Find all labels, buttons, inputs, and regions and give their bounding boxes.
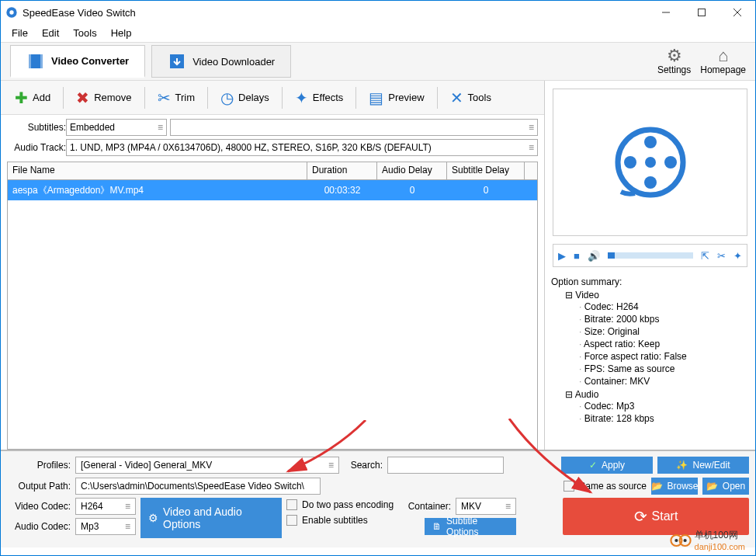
watermark-url: danji100.com bbox=[695, 542, 745, 551]
menubar: File Edit Tools Help bbox=[1, 24, 755, 42]
folder-open-icon: 📂 bbox=[706, 481, 718, 492]
app-icon bbox=[5, 6, 18, 19]
tab-video-downloader[interactable]: Video Downloader bbox=[151, 45, 291, 78]
apply-button[interactable]: ✓Apply bbox=[561, 457, 653, 474]
titlebar: SpeedEase Video Switch bbox=[1, 1, 755, 24]
settings-button[interactable]: ⚙Settings bbox=[657, 47, 691, 75]
cell-duration: 00:03:32 bbox=[307, 185, 377, 196]
same-as-source-label: Same as source bbox=[579, 481, 647, 492]
clock-icon: ◷ bbox=[220, 89, 234, 107]
profiles-combo[interactable]: [General - Video] General_MKV≡ bbox=[75, 457, 339, 474]
subtitle-options-button[interactable]: 🗎Subtitle Options bbox=[425, 518, 516, 535]
grip-icon: ≡ bbox=[505, 501, 511, 512]
table-row[interactable]: aespa《Armageddon》MV.mp4 00:03:32 0 0 bbox=[8, 180, 537, 200]
subtitle-icon: 🗎 bbox=[432, 521, 442, 532]
svg-rect-8 bbox=[40, 54, 43, 68]
toolbar: ✚Add ✖Remove ✂Trim ◷Delays ✦Effects ▤Pre… bbox=[1, 81, 544, 115]
separator bbox=[63, 87, 64, 109]
play-icon[interactable]: ▶ bbox=[558, 250, 566, 262]
film-icon bbox=[26, 52, 45, 71]
check-icon: ✓ bbox=[589, 460, 597, 471]
search-label: Search: bbox=[344, 460, 383, 471]
svg-point-11 bbox=[645, 157, 656, 168]
option-summary-title: Option summary: bbox=[551, 275, 749, 289]
video-audio-options-button[interactable]: ⚙Video and Audio Options bbox=[140, 498, 282, 538]
effects-button[interactable]: ✦Effects bbox=[287, 84, 352, 112]
profiles-label: Profiles: bbox=[7, 460, 71, 471]
column-duration[interactable]: Duration bbox=[307, 162, 377, 179]
x-icon: ✖ bbox=[76, 89, 89, 107]
option-tree[interactable]: Video Codec: H264 Bitrate: 2000 kbps Siz… bbox=[551, 289, 749, 426]
new-edit-button[interactable]: ✨New/Edit bbox=[657, 457, 749, 474]
svg-rect-7 bbox=[29, 54, 31, 68]
subtitles-combo[interactable]: Embedded≡ bbox=[66, 119, 167, 136]
subtitles-extra-combo[interactable]: ≡ bbox=[170, 119, 538, 136]
enable-subtitles-checkbox[interactable] bbox=[286, 515, 297, 526]
svg-point-12 bbox=[644, 136, 657, 148]
maximize-button[interactable] bbox=[684, 1, 720, 24]
same-as-source-checkbox[interactable] bbox=[564, 481, 574, 492]
tab-video-converter[interactable]: Video Converter bbox=[10, 45, 145, 78]
minimize-button[interactable] bbox=[648, 1, 684, 24]
reel-icon: ⚙ bbox=[148, 512, 158, 524]
preview-button[interactable]: ▤Preview bbox=[361, 84, 432, 112]
audio-codec-label: Audio Codec: bbox=[7, 521, 71, 532]
download-film-icon bbox=[168, 52, 186, 71]
tree-leaf: Bitrate: 128 kbps bbox=[579, 412, 749, 425]
scissors-icon: ✂ bbox=[158, 89, 171, 107]
separator bbox=[437, 87, 438, 109]
delays-button[interactable]: ◷Delays bbox=[213, 84, 277, 112]
video-codec-combo[interactable]: H264≡ bbox=[75, 498, 136, 515]
menu-help[interactable]: Help bbox=[105, 26, 138, 40]
menu-file[interactable]: File bbox=[5, 26, 34, 40]
close-button[interactable] bbox=[720, 1, 755, 24]
grip-icon: ≡ bbox=[529, 142, 534, 153]
tree-leaf: Bitrate: 2000 kbps bbox=[579, 313, 749, 325]
watermark: 单机100网 danji100.com bbox=[670, 529, 745, 551]
output-path-field[interactable]: C:\Users\admin\Documents\SpeedEase Video… bbox=[75, 478, 321, 495]
progress-slider[interactable] bbox=[608, 252, 693, 259]
grip-icon: ≡ bbox=[125, 501, 130, 512]
tree-leaf: Container: MKV bbox=[579, 375, 749, 387]
menu-tools[interactable]: Tools bbox=[67, 26, 102, 40]
popout-icon[interactable]: ⇱ bbox=[701, 250, 709, 262]
tools-icon: ✕ bbox=[450, 89, 463, 107]
open-button[interactable]: 📂Open bbox=[702, 478, 749, 495]
cell-subtitle-delay: 0 bbox=[447, 185, 525, 196]
film-icon: ▤ bbox=[369, 89, 383, 107]
video-codec-label: Video Codec: bbox=[7, 501, 71, 512]
tab-label: Video Downloader bbox=[192, 56, 275, 68]
trim-button[interactable]: ✂Trim bbox=[150, 84, 203, 112]
wand-icon[interactable]: ✦ bbox=[733, 250, 742, 262]
tree-leaf: Size: Original bbox=[579, 325, 749, 338]
audiotrack-combo[interactable]: 1. UND, MP3 (MP4A / 0X6134706D), 48000 H… bbox=[66, 139, 538, 156]
remove-button[interactable]: ✖Remove bbox=[68, 84, 139, 112]
volume-icon[interactable]: 🔊 bbox=[588, 250, 600, 262]
audio-codec-combo[interactable]: Mp3≡ bbox=[75, 518, 136, 535]
audiotrack-label: Audio Track: bbox=[7, 142, 66, 153]
column-subtitle-delay[interactable]: Subtitle Delay bbox=[447, 162, 525, 179]
grid-header: File Name Duration Audio Delay Subtitle … bbox=[7, 162, 538, 180]
column-audio-delay[interactable]: Audio Delay bbox=[377, 162, 447, 179]
cut-icon[interactable]: ✂ bbox=[717, 250, 726, 262]
column-file-name[interactable]: File Name bbox=[8, 162, 307, 179]
playback-bar: ▶ ■ 🔊 ⇱ ✂ ✦ bbox=[553, 244, 747, 267]
two-pass-checkbox[interactable] bbox=[286, 499, 297, 510]
tools-button[interactable]: ✕Tools bbox=[442, 84, 499, 112]
browse-button[interactable]: 📂Browse bbox=[651, 478, 698, 495]
tree-leaf: Aspect ratio: Keep bbox=[579, 338, 749, 350]
add-button[interactable]: ✚Add bbox=[7, 84, 58, 112]
tab-header: Video Converter Video Downloader ⚙Settin… bbox=[1, 42, 755, 81]
watermark-brand: 单机100网 bbox=[695, 529, 745, 542]
search-input[interactable] bbox=[387, 457, 504, 474]
column-scroll bbox=[525, 162, 537, 179]
container-combo[interactable]: MKV≡ bbox=[456, 498, 516, 515]
homepage-button[interactable]: ⌂Homepage bbox=[700, 47, 746, 75]
grid-body[interactable]: aespa《Armageddon》MV.mp4 00:03:32 0 0 bbox=[7, 180, 538, 450]
subtitles-label: Subtitles: bbox=[7, 122, 66, 133]
menu-edit[interactable]: Edit bbox=[36, 26, 65, 40]
enable-subtitles-label: Enable subtitles bbox=[302, 515, 368, 526]
stop-icon[interactable]: ■ bbox=[574, 250, 580, 262]
tree-leaf: Codec: H264 bbox=[579, 301, 749, 313]
svg-point-1 bbox=[9, 10, 13, 14]
